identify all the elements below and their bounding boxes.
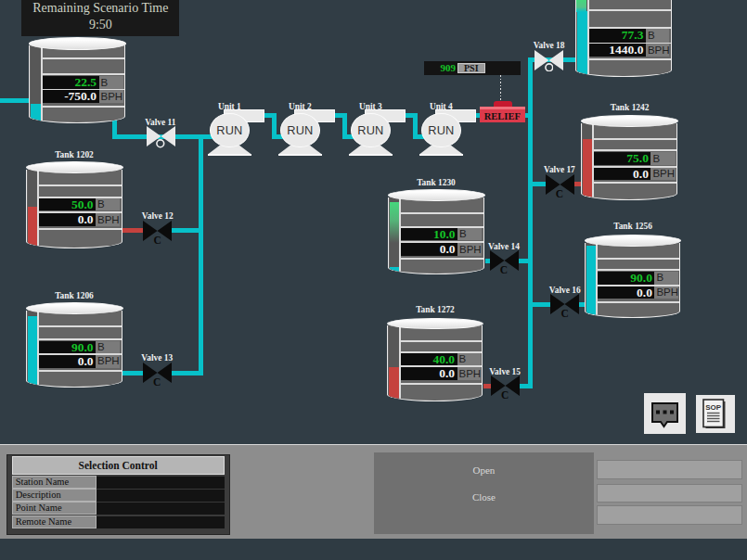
svg-text:SOP: SOP (705, 402, 722, 411)
